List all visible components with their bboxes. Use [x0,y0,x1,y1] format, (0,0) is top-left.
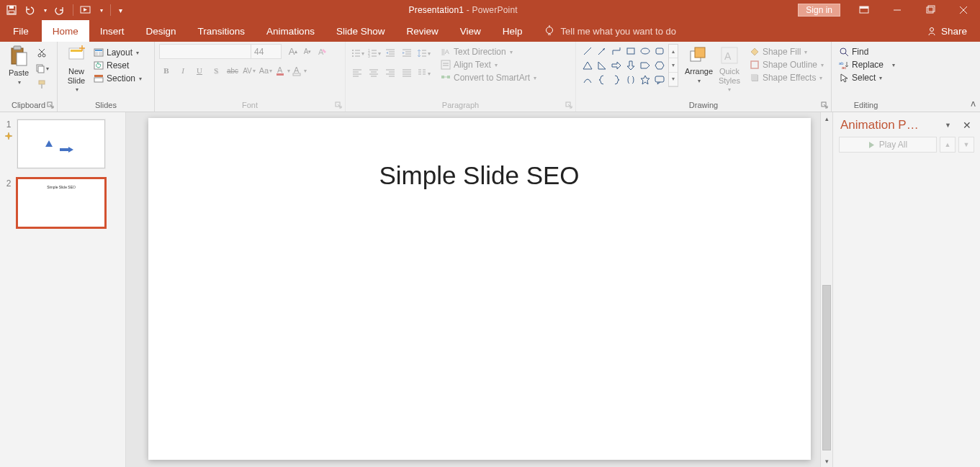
align-text-button[interactable]: Align Text▾ [438,59,539,71]
highlight-button[interactable]: A▾ [292,63,306,78]
shape-brace-pair-icon[interactable] [624,73,638,87]
collapse-ribbon-icon[interactable]: ʌ [971,99,976,109]
close-pane-icon[interactable]: ✕ [960,119,974,131]
columns-button[interactable]: ▾ [416,66,431,81]
justify-button[interactable] [400,66,414,81]
scroll-up-icon[interactable]: ▴ [821,112,832,124]
char-spacing-button[interactable]: AV▾ [242,63,256,78]
redo-icon[interactable] [54,4,66,16]
align-center-button[interactable] [367,66,381,81]
tab-view[interactable]: View [449,20,492,42]
tab-insert[interactable]: Insert [89,20,135,42]
shape-outline-button[interactable]: Shape Outline▾ [747,59,827,71]
shape-line-icon[interactable] [580,44,595,58]
italic-button[interactable]: I [176,63,190,78]
vertical-scrollbar[interactable]: ▴ ▾ [820,112,832,467]
paste-button[interactable]: Paste ▾ [4,44,33,87]
font-size-input[interactable]: 44 [251,44,282,59]
section-button[interactable]: Section▾ [91,73,145,84]
thumbnail-1[interactable]: 1 [4,119,118,168]
shape-arrow-down-icon[interactable] [624,58,638,73]
cut-button[interactable] [35,45,49,60]
close-icon[interactable] [947,0,980,20]
start-from-beginning-icon[interactable] [81,4,92,16]
clipboard-dialog-launcher-icon[interactable] [45,100,55,110]
slide-canvas[interactable]: Simple Slide SEO [148,118,811,460]
more-icon[interactable]: ▾ [669,73,678,86]
bold-button[interactable]: B [159,63,174,78]
paragraph-dialog-launcher-icon[interactable] [564,100,574,110]
copy-button[interactable]: ▾ [35,61,49,76]
layout-button[interactable]: Layout▾ [91,47,145,58]
decrease-font-button[interactable]: A▾ [300,45,315,59]
shape-brace-left-icon[interactable] [595,73,609,87]
qat-customize-icon[interactable]: ▾ [119,6,122,14]
scroll-down-icon[interactable]: ▾ [821,455,832,467]
underline-button[interactable]: U [192,63,207,78]
tell-me-search[interactable]: Tell me what you want to do [534,20,686,42]
save-icon[interactable] [6,4,17,16]
shape-arrow-line-icon[interactable] [595,44,609,58]
shape-oval-icon[interactable] [638,44,652,58]
thumbnail-slide-2[interactable]: Simple Slide SEO [17,178,105,227]
select-button[interactable]: Select▾ [836,72,898,83]
reset-button[interactable]: Reset [91,60,145,71]
tab-review[interactable]: Review [395,20,449,42]
drawing-dialog-launcher-icon[interactable] [819,100,830,110]
align-left-button[interactable] [350,66,364,81]
move-down-button[interactable]: ▼ [958,137,974,153]
new-slide-button[interactable]: New Slide ▾ [62,44,91,94]
tab-help[interactable]: Help [492,20,534,42]
chevron-up-icon[interactable]: ▴ [669,45,678,58]
move-up-button[interactable]: ▲ [940,137,956,153]
shape-roundrect-icon[interactable] [652,44,667,58]
arrange-button[interactable]: Arrange ▾ [683,44,715,86]
tab-design[interactable]: Design [135,20,187,42]
find-button[interactable]: Find [836,46,898,58]
quick-styles-button[interactable]: A Quick Styles ▾ [715,44,744,94]
start-dropdown-icon[interactable]: ▾ [100,7,103,14]
strikethrough-button[interactable]: abc [225,63,240,78]
tab-animations[interactable]: Animations [256,20,325,42]
decrease-indent-button[interactable] [383,46,397,60]
share-button[interactable]: Share [914,20,980,42]
font-dialog-launcher-icon[interactable] [333,100,343,110]
undo-dropdown-icon[interactable]: ▾ [44,7,47,14]
shape-elbow-icon[interactable] [609,44,624,58]
sign-in-button[interactable]: Sign in [798,4,840,17]
line-spacing-button[interactable]: ▾ [416,46,431,60]
shape-effects-button[interactable]: Shape Effects▾ [747,72,827,83]
shape-curve-icon[interactable] [580,73,595,87]
shape-arrow-right-icon[interactable] [609,58,624,73]
tab-transitions[interactable]: Transitions [187,20,256,42]
font-color-button[interactable]: A▾ [275,63,289,78]
shape-callout-icon[interactable] [652,73,667,87]
shape-star-icon[interactable] [638,73,652,87]
text-shadow-button[interactable]: S [209,63,223,78]
change-case-button[interactable]: Aa▾ [259,63,273,78]
shape-brace-right-icon[interactable] [609,73,624,87]
shape-hexagon-icon[interactable] [652,58,667,73]
animation-pane-menu-icon[interactable]: ▼ [940,122,956,129]
shape-pentagon-arrow-icon[interactable] [638,58,652,73]
chevron-down-icon[interactable]: ▾ [669,58,678,72]
bullets-button[interactable]: ▾ [350,46,364,60]
play-all-button[interactable]: Play All [839,137,937,153]
text-direction-button[interactable]: ||AText Direction▾ [438,46,539,58]
ribbon-display-options-icon[interactable] [848,0,881,20]
convert-smartart-button[interactable]: Convert to SmartArt▾ [438,72,539,83]
shape-rtriangle-icon[interactable] [595,58,609,73]
shape-rect-icon[interactable] [624,44,638,58]
minimize-icon[interactable] [881,0,914,20]
shape-triangle-icon[interactable] [580,58,595,73]
increase-font-button[interactable]: A▴ [286,45,300,59]
thumbnail-2[interactable]: 2 Simple Slide SEO [4,178,118,227]
slide-title-text[interactable]: Simple Slide SEO [148,161,811,190]
tab-file[interactable]: File [0,20,42,42]
format-painter-button[interactable] [35,77,49,91]
tab-home[interactable]: Home [42,20,89,42]
shapes-gallery-scroll[interactable]: ▴ ▾ ▾ [668,44,678,87]
maximize-icon[interactable] [914,0,947,20]
increase-indent-button[interactable] [400,46,414,60]
tab-slideshow[interactable]: Slide Show [325,20,396,42]
